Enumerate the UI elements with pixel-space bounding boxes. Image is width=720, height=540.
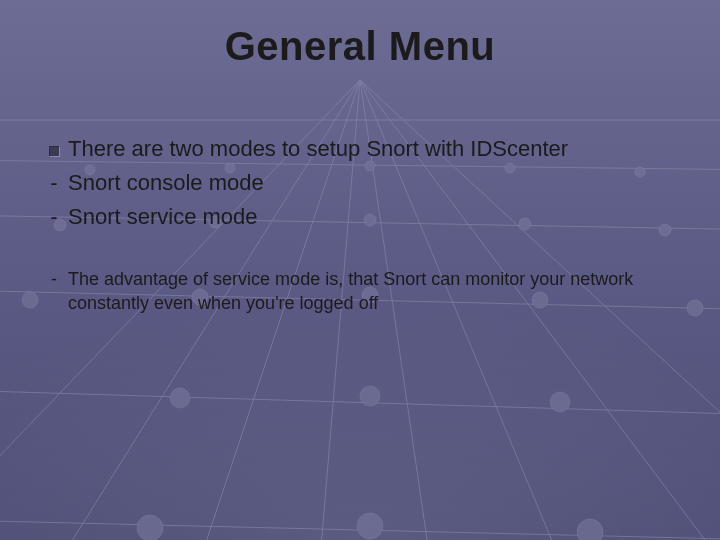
svg-point-24 — [22, 292, 38, 308]
svg-point-30 — [170, 388, 190, 408]
spacer — [40, 237, 680, 267]
body-text: The advantage of service mode is, that S… — [68, 267, 680, 315]
bullet-line: There are two modes to setup Snort with … — [40, 135, 680, 163]
bullet-line: - Snort console mode — [40, 169, 680, 197]
svg-point-28 — [687, 300, 703, 316]
dash-bullet-icon: - — [40, 203, 68, 231]
slide-body: There are two modes to setup Snort with … — [40, 135, 680, 321]
square-bullet-icon — [40, 135, 68, 163]
body-text: Snort service mode — [68, 203, 680, 231]
svg-point-32 — [550, 392, 570, 412]
bullet-line: - The advantage of service mode is, that… — [40, 267, 680, 315]
svg-line-5 — [0, 520, 720, 540]
dash-bullet-icon: - — [40, 169, 68, 197]
svg-line-4 — [0, 390, 720, 415]
svg-point-35 — [357, 513, 383, 539]
slide: General Menu There are two modes to setu… — [0, 0, 720, 540]
body-text: Snort console mode — [68, 169, 680, 197]
dash-bullet-icon: - — [40, 267, 68, 291]
bullet-line: - Snort service mode — [40, 203, 680, 231]
svg-point-36 — [577, 519, 603, 540]
svg-point-34 — [137, 515, 163, 540]
slide-title: General Menu — [0, 24, 720, 69]
body-text: There are two modes to setup Snort with … — [68, 135, 680, 163]
svg-point-31 — [360, 386, 380, 406]
